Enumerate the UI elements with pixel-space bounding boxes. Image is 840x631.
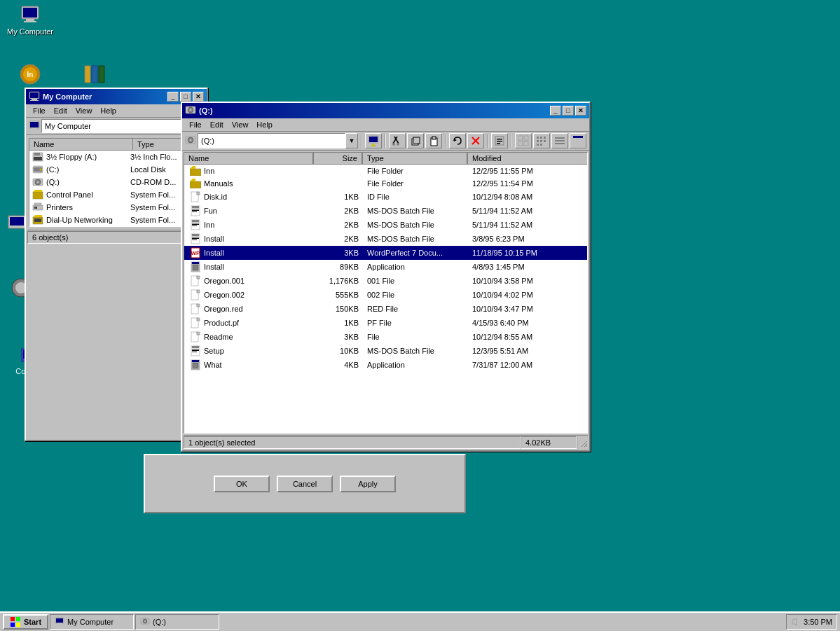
mycomp-item-controlpanel[interactable]: Control Panel System Fol... xyxy=(29,188,203,201)
q-minimize-btn[interactable]: _ xyxy=(550,106,561,116)
toolbar-copy-btn[interactable] xyxy=(407,133,424,148)
svg-rect-70 xyxy=(540,137,542,139)
q-address-icon xyxy=(185,135,196,146)
q-file-row[interactable]: Setup10KBMS-DOS Batch File12/3/95 5:51 A… xyxy=(184,344,587,358)
toolbar-delete-btn[interactable] xyxy=(467,133,484,148)
q-file-row[interactable]: WP Install3KBWordPerfect 7 Docu...11/18/… xyxy=(184,246,587,260)
mycomputer-menu-file[interactable]: File xyxy=(29,106,50,116)
mycomp-item-printers[interactable]: Printers System Fol... xyxy=(29,201,203,214)
svg-rect-48 xyxy=(369,137,378,142)
q-col-name[interactable]: Name xyxy=(184,153,314,164)
q-file-row[interactable]: Oregon.002555KB002 File10/10/94 4:02 PM xyxy=(184,288,587,302)
q-file-row[interactable]: Install2KBMS-DOS Batch File3/8/95 6:23 P… xyxy=(184,232,587,246)
file-modified: 12/2/95 11:54 PM xyxy=(468,179,587,188)
svg-rect-17 xyxy=(30,92,39,98)
taskbar-item-q[interactable]: (Q:) xyxy=(135,614,219,630)
cancel-button[interactable]: Cancel xyxy=(277,476,333,492)
q-menu-help[interactable]: Help xyxy=(252,120,277,130)
ok-button[interactable]: OK xyxy=(214,476,270,492)
delete-icon xyxy=(470,135,481,146)
q-address-dropdown[interactable]: ▼ xyxy=(345,133,358,148)
undo-icon xyxy=(452,135,463,146)
q-window: (Q:) _ □ ✕ File Edit View Help (Q:) xyxy=(181,102,591,452)
mycomputer-menu-edit[interactable]: Edit xyxy=(50,106,71,116)
mycomputer-maximize-btn[interactable]: □ xyxy=(180,92,191,102)
q-status-selected: 1 object(s) selected xyxy=(184,436,521,449)
q-close-btn[interactable]: ✕ xyxy=(575,106,586,116)
svg-rect-65 xyxy=(518,136,523,140)
mycomputer-minimize-btn[interactable]: _ xyxy=(167,92,179,102)
toolbar-view4-btn[interactable] xyxy=(570,133,586,148)
file-size: 2KB xyxy=(314,206,363,216)
file-modified: 11/18/95 10:15 PM xyxy=(468,248,587,258)
svg-point-53 xyxy=(397,143,399,146)
file-type: PF File xyxy=(363,318,468,328)
q-file-row[interactable]: What4KBApplication7/31/87 12:00 AM xyxy=(184,358,587,372)
taskbar-item-mycomputer[interactable]: My Computer xyxy=(50,614,134,630)
bat-icon xyxy=(191,219,200,230)
q-file-row[interactable]: InnFile Folder12/2/95 11:55 PM xyxy=(184,165,587,177)
q-maximize-btn[interactable]: □ xyxy=(563,106,574,116)
mycomputer-filelist[interactable]: Name Type 3½ Floppy (A:) 3½ Inch Flo... xyxy=(29,138,204,227)
mycomp-item-q[interactable]: (Q:) CD-ROM D... xyxy=(29,176,203,188)
mycomputer-address-value[interactable]: My Computer xyxy=(41,119,191,133)
desktop: My Computer In In My B... Cc... xyxy=(0,0,840,631)
q-file-row[interactable]: Install89KBApplication4/8/93 1:45 PM xyxy=(184,260,587,274)
svg-rect-115 xyxy=(197,276,200,279)
q-col-type[interactable]: Type xyxy=(363,153,468,164)
svg-rect-134 xyxy=(192,360,199,362)
svg-rect-36 xyxy=(34,207,37,209)
svg-marker-89 xyxy=(190,179,195,181)
file-name: Oregon.002 xyxy=(184,289,314,301)
file-size: 1,176KB xyxy=(314,276,363,286)
q-file-row[interactable]: Oregon.0011,176KB001 File10/10/94 3:58 P… xyxy=(184,274,587,288)
q-file-row[interactable]: Product.pf1KBPF File4/15/93 6:40 PM xyxy=(184,316,587,330)
col-header-name[interactable]: Name xyxy=(29,139,133,150)
q-address-value[interactable]: (Q:) xyxy=(198,133,345,148)
q-filelist[interactable]: Name Size Type Modified InnFile Folder12… xyxy=(184,152,588,434)
toolbar-view1-btn[interactable] xyxy=(515,133,532,148)
q-resize-corner[interactable] xyxy=(577,437,588,448)
svg-rect-80 xyxy=(573,136,583,138)
q-file-row[interactable]: Fun2KBMS-DOS Batch File5/11/94 11:52 AM xyxy=(184,204,587,218)
q-file-row[interactable]: Oregon.red150KBRED File10/10/94 3:47 PM xyxy=(184,302,587,316)
svg-rect-111 xyxy=(192,262,199,264)
q-file-row[interactable]: Disk.id1KBID File10/12/94 8:08 AM xyxy=(184,190,587,204)
mycomp-item-floppy[interactable]: 3½ Floppy (A:) 3½ Inch Flo... xyxy=(29,151,203,163)
toolbar-paste-btn[interactable] xyxy=(425,133,442,148)
q-menu-file[interactable]: File xyxy=(185,120,206,130)
file-type: Application xyxy=(363,360,468,370)
speaker-icon xyxy=(791,617,801,627)
q-titlebar[interactable]: (Q:) _ □ ✕ xyxy=(182,103,589,118)
toolbar-cut-btn[interactable] xyxy=(389,133,406,148)
mycomputer-menu-help[interactable]: Help xyxy=(96,106,121,116)
mycomputer-titlebar[interactable]: My Computer _ □ ✕ xyxy=(26,89,207,104)
svg-rect-146 xyxy=(56,625,63,626)
svg-point-46 xyxy=(190,139,192,141)
toolbar-undo-btn[interactable] xyxy=(449,133,466,148)
svg-rect-142 xyxy=(16,623,20,627)
toolbar-up-btn[interactable] xyxy=(365,133,382,148)
q-file-row[interactable]: ManualsFile Folder12/2/95 11:54 PM xyxy=(184,177,587,190)
desktop-icon-books[interactable] xyxy=(70,63,119,87)
start-button[interactable]: Start xyxy=(3,614,48,630)
q-file-row[interactable]: Inn2KBMS-DOS Batch File5/11/94 11:52 AM xyxy=(184,218,587,232)
apply-button[interactable]: Apply xyxy=(340,476,396,492)
svg-text:WP: WP xyxy=(191,250,200,256)
q-menu-view[interactable]: View xyxy=(228,120,253,130)
q-file-row[interactable]: Readme3KBFile10/12/94 8:55 AM xyxy=(184,330,587,344)
svg-rect-79 xyxy=(555,143,565,144)
toolbar-prop-btn[interactable] xyxy=(491,133,508,148)
mycomp-item-c[interactable]: (C:) Local Disk xyxy=(29,163,203,176)
q-col-modified[interactable]: Modified xyxy=(468,153,587,164)
q-col-size[interactable]: Size xyxy=(314,153,363,164)
mycomputer-menu-view[interactable]: View xyxy=(71,106,97,116)
svg-rect-140 xyxy=(16,617,20,621)
mycomp-item-dialup[interactable]: Dial-Up Networking System Fol... xyxy=(29,214,203,226)
q-menubar: File Edit View Help xyxy=(182,118,589,132)
toolbar-view3-btn[interactable] xyxy=(551,133,568,148)
q-menu-edit[interactable]: Edit xyxy=(206,120,228,130)
toolbar-view2-btn[interactable] xyxy=(533,133,550,148)
mycomputer-close-btn[interactable]: ✕ xyxy=(193,92,204,102)
desktop-icon-mycomputer[interactable]: My Computer xyxy=(6,4,55,36)
